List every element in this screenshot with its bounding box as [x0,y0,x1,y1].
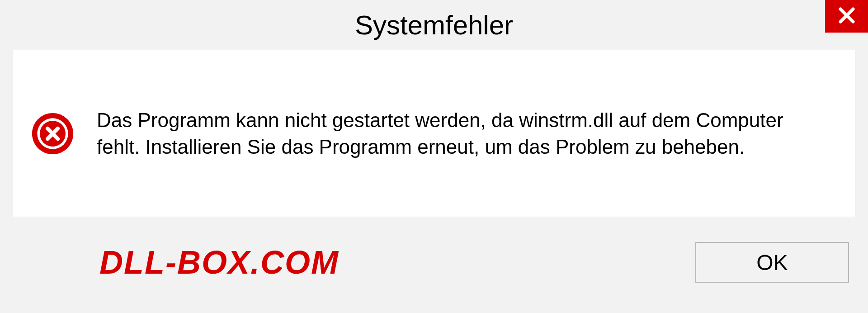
ok-button[interactable]: OK [695,242,849,283]
titlebar: Systemfehler [0,0,868,50]
content-panel: Das Programm kann nicht gestartet werden… [13,50,855,217]
error-message: Das Programm kann nicht gestartet werden… [97,107,784,161]
footer: DLL-BOX.COM OK [0,217,868,308]
watermark-text: DLL-BOX.COM [99,244,339,281]
dialog-title: Systemfehler [355,9,513,41]
error-icon [31,112,74,155]
close-icon [837,6,856,27]
close-button[interactable] [825,0,868,33]
error-dialog: Systemfehler Das Programm kann nic [0,0,868,313]
